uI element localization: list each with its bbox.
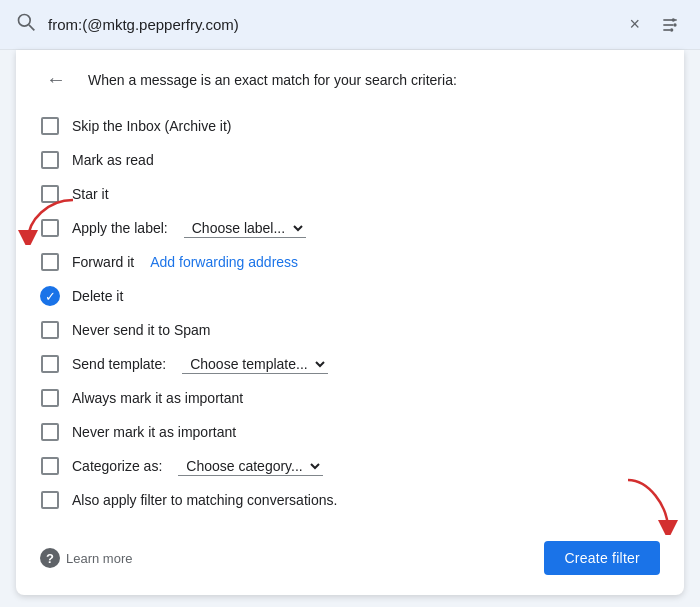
filter-dialog: ← When a message is an exact match for y…: [16, 50, 684, 595]
option-row-always-important: Always mark it as important: [40, 381, 660, 415]
dropdown-apply-label[interactable]: Choose label...: [184, 219, 306, 238]
option-row-never-spam: Never send it to Spam: [40, 313, 660, 347]
checkbox-send-template[interactable]: [40, 354, 60, 374]
checkbox-mark-as-read[interactable]: [40, 150, 60, 170]
option-label-forward-it: Forward it: [72, 254, 134, 270]
create-filter-button[interactable]: Create filter: [544, 541, 660, 575]
option-label-apply-filter: Also apply filter to matching conversati…: [72, 492, 337, 508]
dropdown-categorize-as[interactable]: Choose category...: [178, 457, 323, 476]
dialog-header: ← When a message is an exact match for y…: [40, 66, 660, 93]
help-icon: ?: [40, 548, 60, 568]
back-button[interactable]: ←: [40, 66, 72, 93]
checkbox-apply-filter[interactable]: [40, 490, 60, 510]
option-label-never-spam: Never send it to Spam: [72, 322, 211, 338]
option-row-skip-inbox: Skip the Inbox (Archive it): [40, 109, 660, 143]
checkbox-always-important[interactable]: [40, 388, 60, 408]
learn-more-label: Learn more: [66, 551, 132, 566]
checkbox-forward-it[interactable]: [40, 252, 60, 272]
option-row-forward-it: Forward itAdd forwarding address: [40, 245, 660, 279]
option-label-star-it: Star it: [72, 186, 109, 202]
checkbox-delete-it[interactable]: ✓: [40, 286, 60, 306]
checkbox-never-important[interactable]: [40, 422, 60, 442]
dialog-title: When a message is an exact match for you…: [88, 72, 457, 88]
checkbox-never-spam[interactable]: [40, 320, 60, 340]
search-query: from:(@mktg.pepperfry.com): [48, 16, 613, 33]
option-row-send-template: Send template:Choose template...: [40, 347, 660, 381]
checkbox-apply-label[interactable]: [40, 218, 60, 238]
learn-more-link[interactable]: ? Learn more: [40, 548, 132, 568]
option-label-skip-inbox: Skip the Inbox (Archive it): [72, 118, 232, 134]
clear-search-button[interactable]: ×: [625, 10, 644, 39]
option-row-delete-it: ✓Delete it: [40, 279, 660, 313]
option-row-apply-label: Apply the label:Choose label...: [40, 211, 660, 245]
option-label-apply-label: Apply the label:: [72, 220, 168, 236]
svg-point-6: [670, 28, 673, 31]
option-row-never-important: Never mark it as important: [40, 415, 660, 449]
checkbox-categorize-as[interactable]: [40, 456, 60, 476]
option-row-apply-filter: Also apply filter to matching conversati…: [40, 483, 660, 517]
svg-point-5: [673, 23, 676, 26]
dialog-footer: ? Learn more Create filter: [40, 533, 660, 575]
checkbox-star-it[interactable]: [40, 184, 60, 204]
option-label-mark-as-read: Mark as read: [72, 152, 154, 168]
search-icon: [16, 12, 36, 37]
option-label-always-important: Always mark it as important: [72, 390, 243, 406]
svg-point-7: [672, 18, 675, 21]
option-label-never-important: Never mark it as important: [72, 424, 236, 440]
checkbox-skip-inbox[interactable]: [40, 116, 60, 136]
search-bar: from:(@mktg.pepperfry.com) ×: [0, 0, 700, 50]
option-row-categorize-as: Categorize as:Choose category...: [40, 449, 660, 483]
dropdown-send-template[interactable]: Choose template...: [182, 355, 328, 374]
svg-point-0: [19, 15, 31, 27]
option-label-delete-it: Delete it: [72, 288, 123, 304]
option-label-send-template: Send template:: [72, 356, 166, 372]
filter-options-button[interactable]: [656, 11, 684, 39]
svg-line-1: [29, 25, 34, 30]
option-row-star-it: Star it: [40, 177, 660, 211]
options-list: Skip the Inbox (Archive it)Mark as readS…: [40, 109, 660, 517]
search-actions: ×: [625, 10, 684, 39]
forwarding-link[interactable]: Add forwarding address: [150, 254, 298, 270]
option-label-categorize-as: Categorize as:: [72, 458, 162, 474]
option-row-mark-as-read: Mark as read: [40, 143, 660, 177]
